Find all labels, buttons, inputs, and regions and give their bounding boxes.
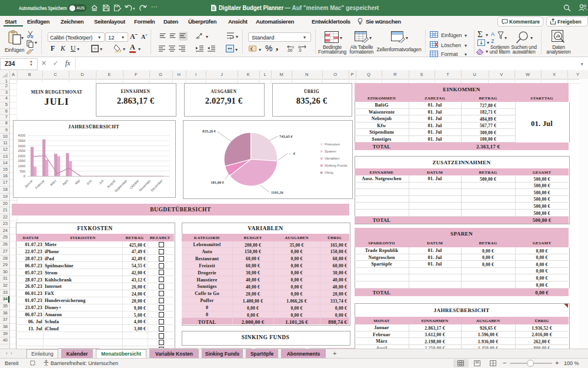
svg-text:€: € (250, 47, 253, 52)
svg-text:.00: .00 (287, 48, 292, 52)
svg-text:1101,26: 1101,26 (271, 190, 284, 194)
svg-text:Mai: Mai (74, 178, 81, 185)
svg-text:3000: 3000 (18, 144, 25, 147)
svg-text:Dezember: Dezember (150, 178, 163, 192)
svg-text:September: September (114, 178, 128, 193)
svg-text:Z: Z (491, 38, 495, 44)
svg-text:A: A (491, 31, 495, 37)
svg-text:März: März (49, 178, 57, 186)
svg-text:500: 500 (20, 169, 25, 173)
svg-text:1500: 1500 (18, 159, 25, 163)
svg-text:Januar: Januar (24, 178, 33, 188)
svg-text:Sinking Funds: Sinking Funds (325, 163, 348, 167)
svg-text:November: November (138, 178, 152, 192)
svg-text:835,26 €: 835,26 € (202, 129, 216, 133)
svg-text:0: 0 (292, 45, 294, 49)
svg-text:1000: 1000 (18, 164, 25, 168)
svg-text:Variablen: Variablen (325, 156, 339, 160)
svg-text:4000: 4000 (18, 134, 25, 137)
svg-text:.0: .0 (298, 48, 302, 52)
svg-text:0: 0 (24, 174, 25, 178)
svg-text:Fixkosten: Fixkosten (325, 142, 340, 146)
svg-text:745,65 €: 745,65 € (279, 134, 293, 138)
svg-text:- €: - € (289, 151, 296, 155)
svg-text:Oktober: Oktober (129, 178, 139, 189)
svg-text:August: August (106, 178, 116, 188)
svg-text:Sparen: Sparen (325, 149, 336, 153)
svg-text:181,00 €: 181,00 € (211, 180, 225, 184)
svg-text:Juni: Juni (86, 178, 93, 185)
svg-text:ab: ab (196, 35, 200, 39)
svg-text:Februar: Februar (35, 178, 45, 189)
svg-text:Juli: Juli (98, 178, 104, 184)
svg-text:Übrig: Übrig (325, 170, 333, 174)
svg-text:3500: 3500 (18, 138, 25, 142)
svg-text:2000: 2000 (18, 154, 25, 157)
svg-text:00: 00 (298, 45, 302, 49)
svg-text:April: April (62, 178, 69, 185)
svg-text:2500: 2500 (18, 149, 25, 152)
